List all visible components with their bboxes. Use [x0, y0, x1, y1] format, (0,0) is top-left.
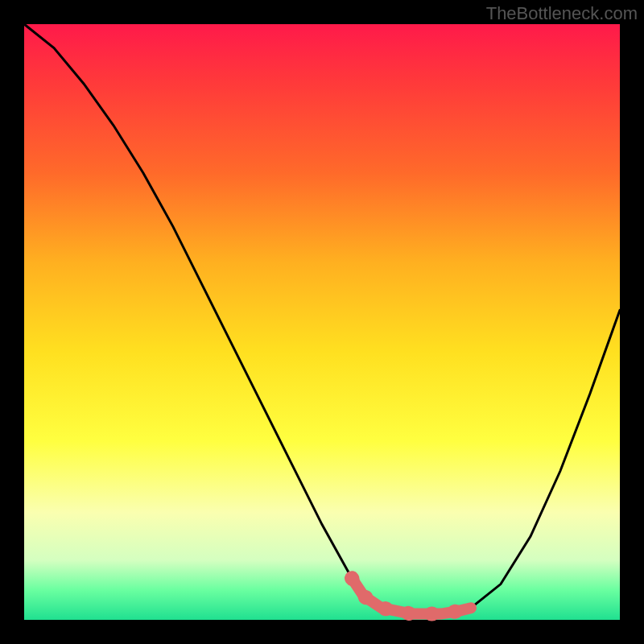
bottleneck-curve [24, 24, 620, 614]
chart-svg [24, 24, 620, 620]
watermark-text: TheBottleneck.com [486, 3, 638, 24]
plot-area [24, 24, 620, 620]
highlight-segment-line [352, 578, 471, 613]
